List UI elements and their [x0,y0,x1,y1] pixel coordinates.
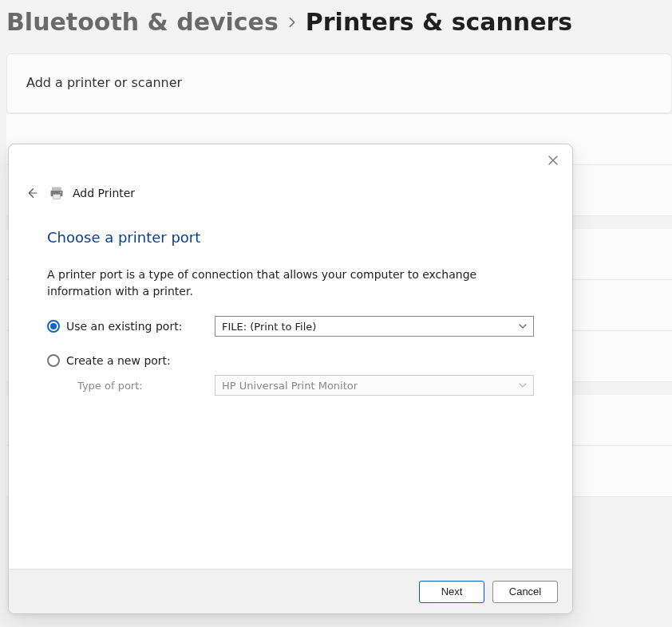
dialog-body: Choose a printer port A printer port is … [9,207,572,569]
breadcrumb-parent[interactable]: Bluetooth & devices [6,8,279,36]
dialog-heading: Choose a printer port [47,229,534,246]
label-use-existing[interactable]: Use an existing port: [66,320,182,333]
next-button[interactable]: Next [419,581,484,603]
type-of-port-row: Type of port: HP Universal Print Monitor [47,375,534,396]
label-create-new[interactable]: Create a new port: [66,354,171,367]
chevron-right-icon [287,12,298,32]
section-title: Add a printer or scanner [7,54,671,113]
dropdown-port-type: HP Universal Print Monitor [215,375,534,396]
breadcrumb-current: Printers & scanners [306,8,572,36]
dropdown-existing-port[interactable]: FILE: (Print to File) [215,316,534,337]
dialog-header: Add Printer [9,144,572,207]
dropdown-existing-value: FILE: (Print to File) [222,321,316,333]
dialog-footer: Next Cancel [9,569,572,613]
close-button[interactable] [545,152,561,168]
option-create-new-row: Create a new port: [47,354,534,367]
dropdown-port-type-value: HP Universal Print Monitor [222,380,358,392]
radio-use-existing[interactable] [47,320,60,333]
svg-point-3 [60,191,61,193]
breadcrumb: Bluetooth & devices Printers & scanners [0,0,672,53]
back-button[interactable] [23,184,41,202]
option-use-existing-row: Use an existing port: FILE: (Print to Fi… [47,316,534,337]
chevron-down-icon [519,322,527,330]
dialog-description: A printer port is a type of connection t… [47,266,534,300]
label-type-of-port: Type of port: [47,380,215,392]
printer-icon [49,185,65,201]
svg-rect-2 [53,195,60,199]
radio-create-new[interactable] [47,354,60,367]
add-printer-dialog: Add Printer Choose a printer port A prin… [8,144,573,614]
dialog-window-title: Add Printer [73,187,135,199]
chevron-down-icon [519,381,527,389]
svg-rect-0 [52,187,61,191]
settings-section-card: Add a printer or scanner [6,53,672,114]
cancel-button[interactable]: Cancel [492,581,558,603]
